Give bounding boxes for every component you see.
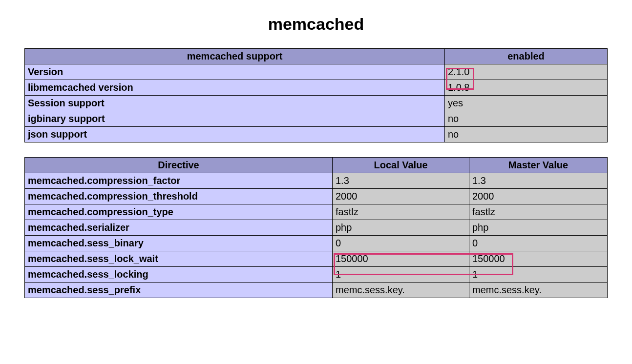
local-value: 1.3 [333,173,469,189]
table-row: memcached.compression_factor 1.3 1.3 [25,173,608,189]
support-row-value: yes [445,96,608,111]
directive-table: Directive Local Value Master Value memca… [24,157,608,298]
table-row: memcached.sess_locking 1 1 [25,267,608,283]
table-row: memcached.sess_binary 0 0 [25,236,608,251]
directive-header-local: Local Value [333,158,469,173]
support-row-value: 2.1.0 [445,64,608,80]
directive-header-directive: Directive [25,158,333,173]
local-value: 1 [333,267,469,283]
table-row: memcached.sess_lock_wait 150000 150000 [25,251,608,267]
local-value: fastlz [333,204,469,220]
local-value: memc.sess.key. [333,283,469,298]
directive-name: memcached.compression_type [25,204,333,220]
directive-name: memcached.sess_lock_wait [25,251,333,267]
support-row-label: Version [25,64,445,80]
directive-name: memcached.sess_prefix [25,283,333,298]
table-row: igbinary support no [25,111,608,127]
directive-name: memcached.sess_locking [25,267,333,283]
support-row-label: Session support [25,96,445,111]
table-row: memcached.compression_type fastlz fastlz [25,204,608,220]
table-row: Version 2.1.0 [25,64,608,80]
support-row-value: 1.0.8 [445,80,608,96]
table-row: json support no [25,127,608,142]
master-value: 2000 [469,189,608,204]
support-row-value: no [445,111,608,127]
table-header-row: memcached support enabled [25,49,608,64]
master-value: 1.3 [469,173,608,189]
directive-name: memcached.serializer [25,220,333,236]
master-value: fastlz [469,204,608,220]
table-row: Session support yes [25,96,608,111]
table-header-row: Directive Local Value Master Value [25,158,608,173]
local-value: php [333,220,469,236]
master-value: php [469,220,608,236]
master-value: 0 [469,236,608,251]
local-value: 150000 [333,251,469,267]
support-row-label: igbinary support [25,111,445,127]
table-row: memcached.compression_threshold 2000 200… [25,189,608,204]
table-row: libmemcached version 1.0.8 [25,80,608,96]
directive-header-master: Master Value [469,158,608,173]
master-value: memc.sess.key. [469,283,608,298]
support-header-right: enabled [445,49,608,64]
local-value: 2000 [333,189,469,204]
directive-name: memcached.compression_threshold [25,189,333,204]
table-row: memcached.serializer php php [25,220,608,236]
support-header-left: memcached support [25,49,445,64]
directive-name: memcached.compression_factor [25,173,333,189]
support-table: memcached support enabled Version 2.1.0 … [24,48,608,142]
support-row-value: no [445,127,608,142]
page-title: memcached [24,15,608,34]
master-value: 1 [469,267,608,283]
support-row-label: json support [25,127,445,142]
support-row-label: libmemcached version [25,80,445,96]
directive-name: memcached.sess_binary [25,236,333,251]
master-value: 150000 [469,251,608,267]
local-value: 0 [333,236,469,251]
table-row: memcached.sess_prefix memc.sess.key. mem… [25,283,608,298]
